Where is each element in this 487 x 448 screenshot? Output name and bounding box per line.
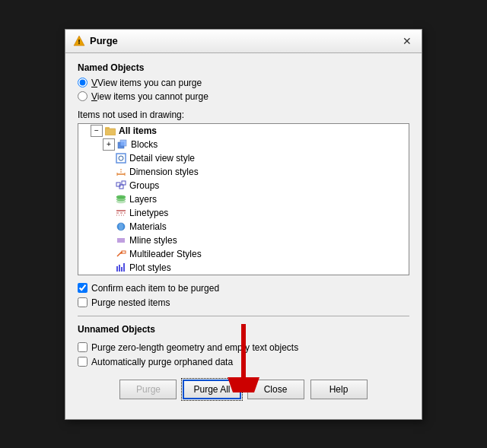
tree-item-label: Dimension styles xyxy=(129,167,199,177)
dimension-icon xyxy=(115,166,127,178)
zero-length-checkbox-label[interactable]: Purge zero-length geometry and empty tex… xyxy=(78,342,409,353)
radio-cannot-purge-input[interactable] xyxy=(78,91,88,101)
tree-item-label: Linetypes xyxy=(129,208,168,218)
tree-item[interactable]: Dimension styles xyxy=(78,165,409,179)
zero-length-checkbox-text: Purge zero-length geometry and empty tex… xyxy=(91,342,298,353)
folder-icon xyxy=(104,125,116,137)
detail-view-icon xyxy=(115,152,127,164)
dialog-title: Purge xyxy=(90,35,118,46)
svg-rect-32 xyxy=(121,267,123,272)
named-objects-label: Named Objects xyxy=(78,62,409,73)
tree-item[interactable]: Layers xyxy=(78,192,409,206)
multileader-icon xyxy=(115,248,127,260)
tree-item[interactable]: Mline styles xyxy=(78,234,409,247)
purge-nested-checkbox[interactable] xyxy=(78,297,88,307)
svg-point-8 xyxy=(119,156,123,160)
blocks-icon xyxy=(116,138,129,151)
zero-length-checkbox[interactable] xyxy=(78,342,88,352)
materials-icon xyxy=(115,221,127,233)
unnamed-objects-label: Unnamed Objects xyxy=(78,324,409,335)
purge-nested-checkbox-label[interactable]: Purge nested items xyxy=(78,297,409,308)
svg-point-23 xyxy=(119,223,123,230)
svg-line-27 xyxy=(117,252,122,256)
tree-item[interactable]: Detail view style xyxy=(78,151,409,165)
svg-rect-31 xyxy=(119,265,120,272)
tree-item-label: Detail view style xyxy=(129,153,195,164)
buttons-row: Purge Purge All Close Help xyxy=(78,380,409,410)
confirm-checkbox-label[interactable]: Confirm each item to be purged xyxy=(78,283,409,294)
svg-rect-15 xyxy=(122,181,126,185)
tree-item[interactable]: Plot styles xyxy=(78,261,409,275)
tree-item-label: Plot styles xyxy=(129,262,171,273)
tree-item[interactable]: Groups xyxy=(78,179,409,192)
mline-icon xyxy=(115,234,127,246)
groups-icon xyxy=(115,180,127,192)
tree-item-label: Materials xyxy=(129,221,167,232)
radio-cannot-purge[interactable]: View items you cannot purge xyxy=(78,91,409,102)
purge-button[interactable]: Purge xyxy=(119,380,177,399)
tree-item[interactable]: Section view style xyxy=(78,275,409,275)
checkbox-section: Confirm each item to be purged Purge nes… xyxy=(78,283,409,308)
tree-item[interactable]: Linetypes xyxy=(78,206,409,220)
purge-all-button[interactable]: Purge All xyxy=(183,380,240,399)
radio-can-purge[interactable]: VView items you can purge xyxy=(78,78,409,88)
radio-cannot-purge-label: View items you cannot purge xyxy=(91,91,208,102)
purge-nested-checkbox-text: Purge nested items xyxy=(91,297,170,308)
unnamed-checkbox-section: Purge zero-length geometry and empty tex… xyxy=(78,342,409,367)
linetypes-icon xyxy=(115,207,127,219)
svg-rect-30 xyxy=(116,266,118,272)
tree-expander-root[interactable]: − xyxy=(91,125,103,137)
help-button[interactable]: Help xyxy=(310,380,368,399)
tree-item[interactable]: Multileader Styles xyxy=(78,247,409,261)
radio-can-purge-label: VView items you can purge xyxy=(91,78,202,88)
svg-rect-2 xyxy=(105,129,116,135)
warning-icon: ! xyxy=(73,35,85,47)
tree-item-label: Blocks xyxy=(131,139,158,150)
items-not-used-label: Items not used in drawing: xyxy=(78,110,409,120)
dialog-body: Named Objects VView items you can purge … xyxy=(65,53,422,419)
svg-rect-3 xyxy=(105,127,110,129)
tree-container[interactable]: − All items + xyxy=(78,123,409,275)
tree-item-label: Mline styles xyxy=(129,235,177,246)
svg-point-18 xyxy=(116,200,126,203)
auto-purge-checkbox-label[interactable]: Automatically purge orphaned data xyxy=(78,357,409,367)
title-bar: ! Purge ✕ xyxy=(65,30,422,53)
confirm-checkbox-text: Confirm each item to be purged xyxy=(91,283,219,294)
confirm-checkbox[interactable] xyxy=(78,283,88,293)
auto-purge-checkbox[interactable] xyxy=(78,357,88,367)
svg-text:!: ! xyxy=(78,38,81,46)
close-button[interactable]: ✕ xyxy=(400,34,414,48)
tree-expander[interactable]: + xyxy=(103,138,115,151)
tree-item[interactable]: + Blocks xyxy=(78,138,409,151)
svg-rect-6 xyxy=(120,140,126,146)
divider xyxy=(78,316,409,316)
svg-rect-33 xyxy=(123,263,125,272)
radio-can-purge-input[interactable] xyxy=(78,78,88,87)
title-bar-left: ! Purge xyxy=(73,35,118,47)
tree-item-label: Multileader Styles xyxy=(129,249,202,259)
tree-item-label: Layers xyxy=(129,194,157,205)
tree-root-label: All items xyxy=(119,126,157,136)
tree-root[interactable]: − All items xyxy=(78,124,409,138)
purge-dialog: ! Purge ✕ Named Objects VView items you … xyxy=(65,29,422,420)
auto-purge-checkbox-text: Automatically purge orphaned data xyxy=(91,357,233,367)
tree-item-label: Groups xyxy=(129,180,159,191)
svg-rect-7 xyxy=(116,154,126,163)
tree-item[interactable]: Materials xyxy=(78,220,409,234)
svg-rect-29 xyxy=(122,251,126,253)
close-dialog-button[interactable]: Close xyxy=(247,380,304,399)
layers-icon xyxy=(115,193,127,205)
plot-icon xyxy=(115,262,127,274)
radio-group: VView items you can purge View items you… xyxy=(78,78,409,102)
